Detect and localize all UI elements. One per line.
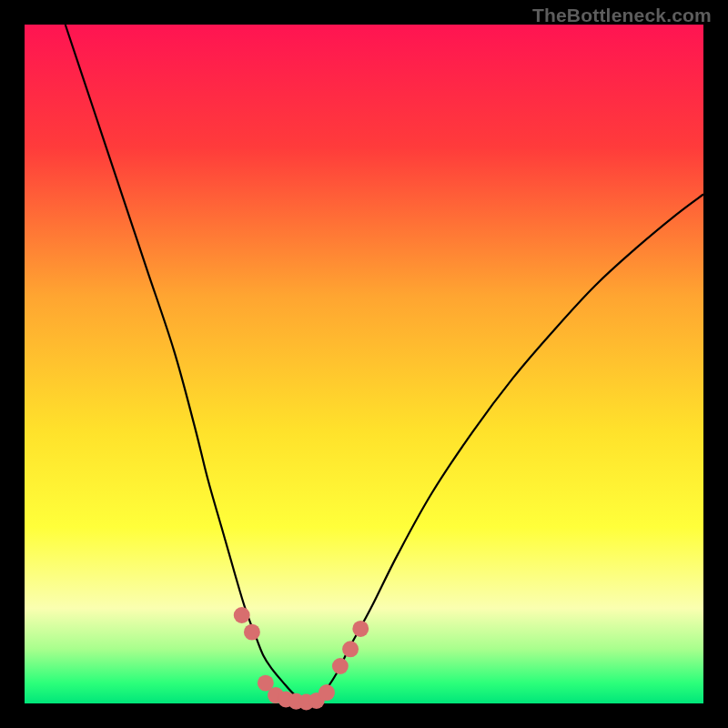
watermark-text: TheBottleneck.com [532,5,712,26]
datapoint-marker [332,658,349,674]
datapoint-marker [342,641,359,657]
datapoint-markers [234,607,369,710]
chart-frame: TheBottleneck.com [0,0,728,728]
datapoint-marker [318,684,335,701]
datapoint-marker [234,607,250,623]
right-branch-curve [309,195,703,703]
left-branch-curve [66,25,310,703]
datapoint-marker [244,624,260,641]
datapoint-marker [352,621,369,637]
bottleneck-curve-chart [25,25,703,703]
